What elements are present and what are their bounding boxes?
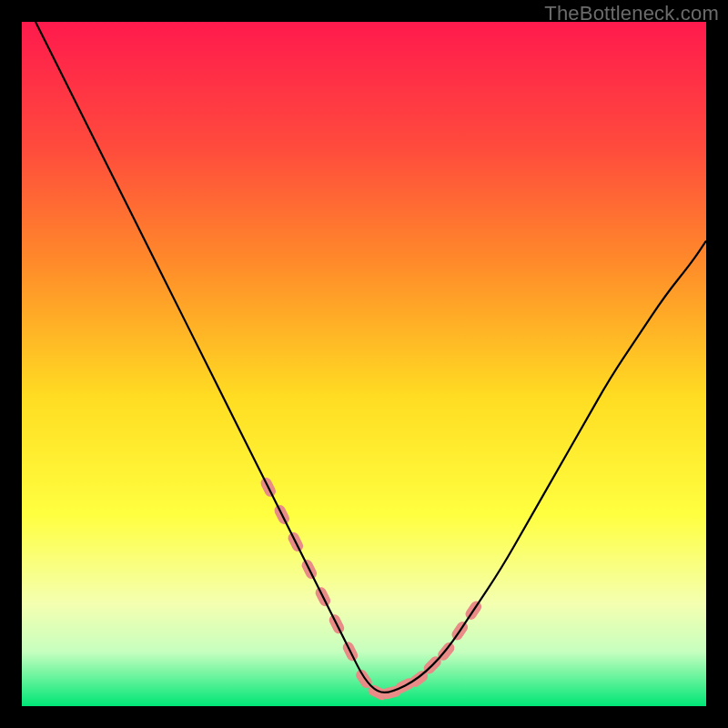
watermark-text: TheBottleneck.com	[544, 2, 719, 25]
bottleneck-chart	[22, 22, 706, 706]
chart-frame: TheBottleneck.com	[0, 0, 728, 728]
chart-background	[22, 22, 706, 706]
